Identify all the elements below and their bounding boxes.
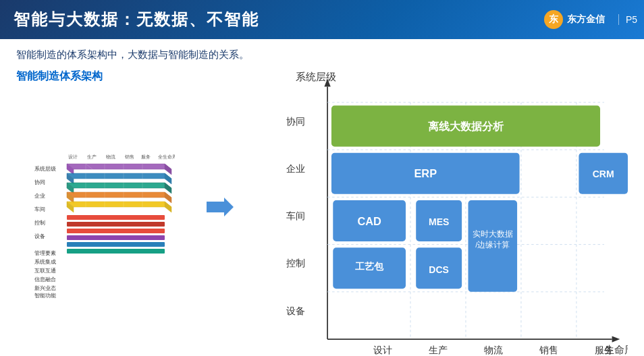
svg-marker-45 [207,198,234,216]
svg-text:协同: 协同 [286,116,305,127]
svg-text:物流: 物流 [484,345,503,355]
svg-text:生产: 生产 [429,345,448,355]
svg-marker-31 [67,202,171,207]
svg-text:生产: 生产 [87,154,97,159]
svg-text:控制: 控制 [286,258,305,268]
svg-text:全生命周期: 全生命周期 [158,154,175,159]
svg-text:企业: 企业 [34,193,45,199]
svg-marker-25 [67,183,171,188]
svg-text:销售: 销售 [539,345,558,355]
logo-icon: 东 [544,10,563,29]
svg-text:离线大数据分析: 离线大数据分析 [428,120,504,132]
svg-text:互联互通: 互联互通 [34,268,56,274]
logo: 东 东方金信 [544,10,605,29]
svg-text:管理要素: 管理要素 [34,250,56,256]
svg-rect-41 [67,229,165,233]
svg-text:协同: 协同 [34,179,45,185]
svg-text:企业: 企业 [286,163,305,174]
svg-marker-29 [165,192,171,203]
svg-text:实时大数据: 实时大数据 [473,229,513,238]
svg-text:控制: 控制 [34,220,45,226]
svg-text:系统层级: 系统层级 [34,166,56,172]
svg-text:系统集成: 系统集成 [34,259,56,265]
svg-text:DCS: DCS [429,264,449,275]
arrow-icon [207,194,234,220]
svg-marker-50 [612,336,620,342]
logo-text: 东方金信 [567,13,605,26]
svg-text:工艺包: 工艺包 [355,261,384,272]
svg-marker-19 [165,164,171,175]
left-title: 智能制造体系架构 [16,69,192,84]
svg-text:服务: 服务 [595,345,614,355]
svg-text:MES: MES [429,216,449,227]
svg-text:设备: 设备 [34,233,45,239]
right-panel: 系统层级 生命周期 协同 企业 车间 控制 [248,69,628,356]
page-number: P5 [618,14,637,25]
svg-text:设备: 设备 [286,305,305,316]
svg-text:智能功能: 智能功能 [34,293,56,299]
svg-rect-40 [67,222,165,227]
svg-marker-32 [165,202,171,212]
header: 智能与大数据：无数据、不智能 东 东方金信 P5 [0,0,644,39]
svg-text:车间: 车间 [286,210,305,221]
page-title: 智能与大数据：无数据、不智能 [14,9,259,30]
svg-marker-23 [165,173,171,184]
svg-text:服务: 服务 [141,154,151,159]
svg-rect-44 [67,249,165,254]
svg-text:设计: 设计 [373,345,392,355]
isometric-diagram: 系统层级 协同 企业 车间 控制 设备 管理要素 系统集成 互联互通 信息融合 … [33,144,175,299]
svg-marker-18 [67,164,171,169]
svg-text:设计: 设计 [68,154,78,159]
svg-text:/边缘计算: /边缘计算 [475,240,510,249]
svg-text:系统层级: 系统层级 [296,71,336,82]
svg-text:ERP: ERP [414,167,437,179]
svg-text:新兴业态: 新兴业态 [34,285,56,291]
svg-marker-26 [165,183,171,194]
svg-marker-22 [67,173,171,179]
header-right: 东 东方金信 P5 [544,10,637,29]
diagram-container: 系统层级 协同 企业 车间 控制 设备 管理要素 系统集成 互联互通 信息融合 … [16,89,192,353]
svg-text:信息融合: 信息融合 [34,276,56,283]
svg-text:车间: 车间 [34,206,45,212]
svg-marker-28 [67,192,171,198]
main-body: 智能制造体系架构 系统层级 协同 企业 车间 控制 设备 管理要素 系统集成 互… [16,69,628,356]
svg-text:销售: 销售 [124,154,134,159]
left-panel: 智能制造体系架构 系统层级 协同 企业 车间 控制 设备 管理要素 系统集成 互… [16,69,192,356]
svg-rect-43 [67,242,165,247]
svg-text:CRM: CRM [593,169,614,179]
subtitle: 智能制造的体系架构中，大数据与智能制造的关系。 [16,49,628,61]
svg-rect-42 [67,235,165,240]
system-chart: 系统层级 生命周期 协同 企业 车间 控制 [248,69,628,356]
svg-text:CAD: CAD [357,215,381,227]
svg-text:物流: 物流 [106,154,115,159]
svg-rect-39 [67,215,165,220]
content-area: 智能制造的体系架构中，大数据与智能制造的关系。 智能制造体系架构 系统层级 协同… [0,39,644,356]
